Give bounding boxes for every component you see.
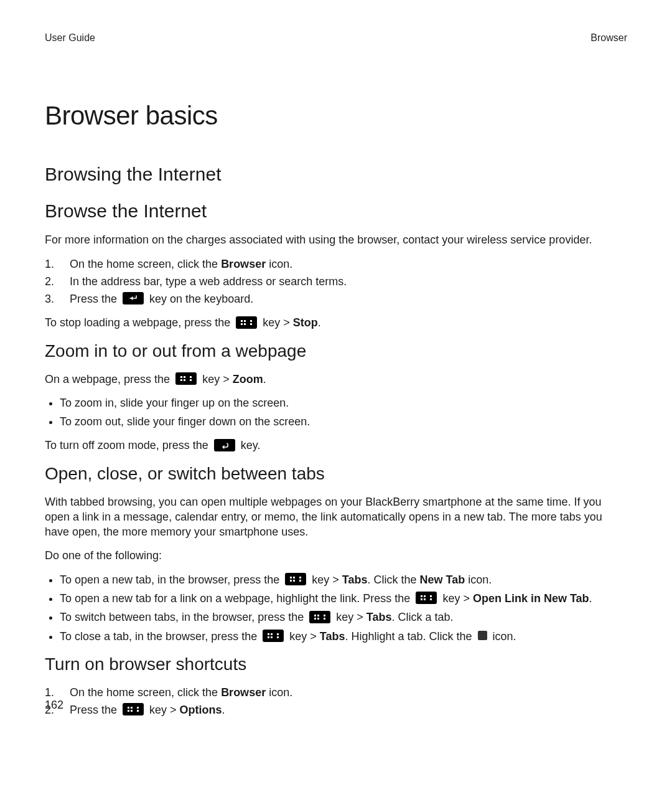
body-text: . — [263, 373, 266, 385]
paragraph: To stop loading a webpage, press the key… — [45, 315, 627, 330]
list-item: To open a new tab for a link on a webpag… — [60, 591, 627, 606]
list-text: icon. — [493, 630, 516, 643]
subsection-heading-tabs: Open, close, or switch between tabs — [45, 462, 627, 486]
step-text: Press the — [70, 704, 120, 716]
body-text: key. — [241, 439, 261, 451]
list-text: To open a new tab for a link on a webpag… — [60, 592, 413, 605]
list-text: To zoom out, slide your finger down on t… — [60, 415, 310, 428]
step-text: In the address bar, type a web address o… — [70, 275, 347, 288]
step-text: key > — [149, 704, 180, 716]
step-item: In the address bar, type a web address o… — [45, 274, 627, 289]
step-text: . — [222, 704, 225, 716]
header-right: Browser — [590, 31, 627, 45]
list-text: . Highlight a tab. Click the — [345, 630, 475, 643]
blackberry-menu-icon — [175, 372, 197, 385]
list-text: To open a new tab, in the browser, press… — [60, 573, 282, 586]
step-text: key on the keyboard. — [149, 293, 253, 305]
blackberry-menu-icon — [309, 611, 330, 623]
blackberry-menu-icon — [236, 316, 257, 329]
step-item: On the home screen, click the Browser ic… — [45, 685, 627, 700]
list-item: To switch between tabs, in the browser, … — [60, 610, 627, 625]
step-item: Press the key > Options. — [45, 702, 627, 717]
step-text: On the home screen, click the — [70, 686, 221, 699]
list-text: To close a tab, in the browser, press th… — [60, 630, 260, 643]
list-text: key > — [312, 573, 342, 586]
body-text: On a webpage, press the — [45, 373, 173, 385]
bold-text: Stop — [293, 316, 318, 329]
subsection-heading-zoom: Zoom in to or out from a webpage — [45, 339, 627, 363]
list-text: . — [589, 592, 592, 605]
enter-key-icon — [123, 292, 144, 304]
paragraph: Do one of the following: — [45, 548, 627, 563]
step-item: On the home screen, click the Browser ic… — [45, 257, 627, 271]
ordered-steps: On the home screen, click the Browser ic… — [45, 685, 627, 718]
body-text: key > — [263, 316, 293, 329]
step-text: Press the — [70, 293, 120, 305]
blackberry-menu-icon — [263, 630, 284, 642]
list-text: icon. — [465, 573, 492, 586]
blackberry-menu-icon — [416, 592, 437, 604]
list-text: key > — [336, 611, 366, 623]
list-item: To zoom out, slide your finger down on t… — [60, 414, 627, 429]
list-text: key > — [289, 630, 320, 643]
blackberry-menu-icon — [285, 573, 306, 585]
paragraph: On a webpage, press the key > Zoom. — [45, 372, 627, 387]
back-key-icon — [214, 439, 235, 451]
body-text: To stop loading a webpage, press the — [45, 316, 233, 329]
bold-text: Tabs — [366, 611, 392, 623]
bold-text: New Tab — [419, 573, 465, 586]
list-text: key > — [442, 592, 473, 605]
bold-text: Browser — [221, 686, 266, 699]
bullet-list: To zoom in, slide your finger up on the … — [45, 395, 627, 430]
list-item: To zoom in, slide your finger up on the … — [60, 395, 627, 410]
section-heading-browsing: Browsing the Internet — [45, 162, 627, 187]
bold-text: Zoom — [233, 373, 263, 385]
bold-text: Open Link in New Tab — [473, 592, 589, 605]
subsection-heading-shortcuts: Turn on browser shortcuts — [45, 653, 627, 676]
running-header: User Guide Browser — [45, 31, 627, 45]
body-text: . — [318, 316, 321, 329]
list-item: To close a tab, in the browser, press th… — [60, 629, 627, 644]
ordered-steps: On the home screen, click the Browser ic… — [45, 257, 627, 307]
step-text: On the home screen, click the — [70, 258, 221, 270]
list-text: To zoom in, slide your finger up on the … — [60, 397, 289, 409]
list-text: To switch between tabs, in the browser, … — [60, 611, 307, 623]
list-text: . Click a tab. — [391, 611, 453, 623]
document-page: User Guide Browser Browser basics Browsi… — [0, 0, 672, 807]
paragraph: For more information on the charges asso… — [45, 232, 627, 247]
list-item: To open a new tab, in the browser, press… — [60, 572, 627, 587]
body-text: To turn off zoom mode, press the — [45, 439, 212, 451]
body-text: key > — [202, 373, 233, 385]
subsection-heading-browse: Browse the Internet — [45, 199, 627, 224]
paragraph: With tabbed browsing, you can open multi… — [45, 494, 627, 540]
close-icon — [478, 631, 487, 640]
bold-text: Options — [180, 704, 222, 716]
bold-text: Browser — [221, 258, 266, 270]
blackberry-menu-icon — [123, 703, 144, 715]
paragraph: To turn off zoom mode, press the key. — [45, 438, 627, 453]
bullet-list: To open a new tab, in the browser, press… — [45, 572, 627, 644]
page-number: 162 — [45, 697, 63, 712]
bold-text: Tabs — [342, 573, 368, 586]
step-item: Press the key on the keyboard. — [45, 291, 627, 306]
step-text: icon. — [266, 686, 292, 699]
header-left: User Guide — [45, 31, 95, 45]
page-title: Browser basics — [45, 98, 627, 134]
bold-text: Tabs — [320, 630, 345, 643]
list-text: . Click the — [367, 573, 419, 586]
step-text: icon. — [266, 258, 292, 270]
